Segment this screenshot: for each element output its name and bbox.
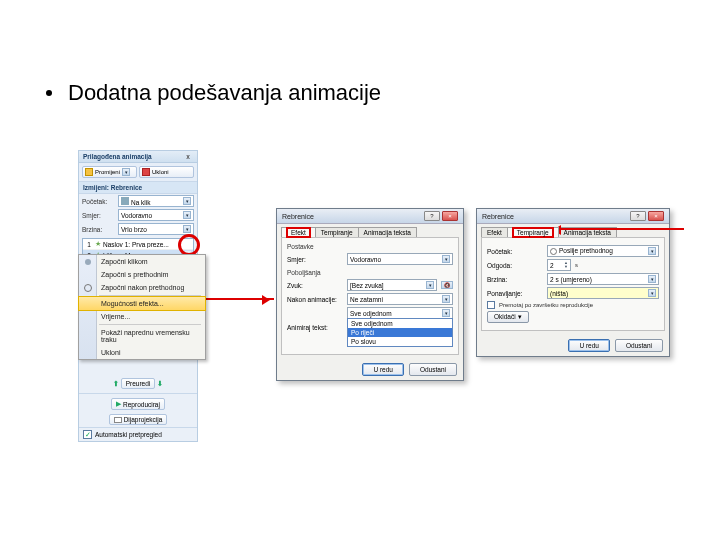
play-button[interactable]: ▶ Reproduciraj (111, 398, 165, 410)
tab-effect[interactable]: Efekt (281, 227, 316, 237)
direction-row: Smjer: Vodoravno▾ (287, 253, 453, 265)
clock-icon (84, 284, 92, 292)
ctx-timing[interactable]: Vrijeme... (79, 310, 205, 323)
pane-titlebar: Prilagođena animacija x (79, 151, 197, 163)
autopreview-checkbox[interactable]: ✓ (83, 430, 92, 439)
help-button[interactable]: ? (424, 211, 440, 221)
field-label: Brzina: (487, 276, 543, 283)
option-item[interactable]: Po riječi (348, 328, 452, 337)
delay-spinner[interactable]: 2▲▼ (547, 259, 571, 271)
field-value: 2 (550, 262, 554, 269)
start-row: Početak: Poslije prethodnog▾ (487, 245, 659, 257)
change-label: Promijeni (95, 169, 120, 175)
rewind-row: Premotaj po završetku reprodukcije (487, 301, 659, 309)
chevron-down-icon: ▾ (122, 168, 130, 176)
ctx-remove[interactable]: Ukloni (79, 346, 205, 359)
direction-value: Vodoravno (121, 212, 152, 219)
ctx-show-timeline[interactable]: Pokaži naprednu vremensku traku (79, 326, 205, 346)
tab-effect[interactable]: Efekt (481, 227, 508, 237)
change-button[interactable]: Promijeni▾ (82, 166, 137, 178)
triggers-row: Okidači ▾ (487, 311, 659, 323)
ok-button[interactable]: U redu (568, 339, 610, 352)
direction-select[interactable]: Vodoravno▾ (118, 209, 194, 221)
ctx-start-after-prev[interactable]: Započni nakon prethodnog (79, 281, 205, 294)
ctx-start-on-click[interactable]: Započni klikom (79, 255, 205, 268)
field-label: Nakon animacije: (287, 296, 343, 303)
spinner-arrows-icon[interactable]: ▲▼ (564, 261, 568, 269)
speed-label: Brzina: (82, 226, 116, 233)
help-button[interactable]: ? (630, 211, 646, 221)
cancel-button[interactable]: Odustani (409, 363, 457, 376)
slideshow-button[interactable]: Dijaprojekcija (109, 414, 168, 425)
field-label: Ponavljanje: (487, 290, 543, 297)
dialog-titlebar: Rebrenice ? × (477, 209, 669, 224)
highlight-rect: Efekt (286, 227, 311, 238)
speed-select[interactable]: 2 s (umjereno)▾ (547, 273, 659, 285)
list-item[interactable]: 1★Naslov 1: Prva preze... (83, 239, 193, 250)
speed-select[interactable]: Vrlo brzo▾ (118, 223, 194, 235)
enhancements-group-label: Poboljšanja (287, 269, 453, 276)
start-select[interactable]: Na klik▾ (118, 195, 194, 207)
close-icon[interactable]: x (183, 153, 193, 160)
ok-button[interactable]: U redu (362, 363, 404, 376)
field-value: Ne zatamni (350, 296, 383, 303)
reorder-button[interactable]: Preuredi (121, 378, 156, 389)
sound-select[interactable]: [Bez zvuka]▾ (347, 279, 437, 291)
effect-icon: ★ (95, 240, 101, 248)
direction-select[interactable]: Vodoravno▾ (347, 253, 453, 265)
chevron-down-icon: ▾ (648, 275, 656, 283)
dialog-body: Početak: Poslije prethodnog▾ Odgoda: 2▲▼… (481, 237, 665, 331)
chevron-down-icon: ▾ (442, 309, 450, 317)
cancel-button[interactable]: Odustani (615, 339, 663, 352)
field-label: Animiraj tekst: (287, 324, 343, 331)
start-select[interactable]: Poslije prethodnog▾ (547, 245, 659, 257)
chevron-down-icon: ▾ (183, 225, 191, 233)
mouse-icon (121, 197, 129, 205)
ctx-label: Mogućnosti efekta... (101, 300, 164, 307)
dialog-title-text: Rebrenice (282, 213, 314, 220)
tab-timing[interactable]: Tempiranje (507, 227, 559, 237)
composite-canvas: Prilagođena animacija x Promijeni▾ Uklon… (78, 150, 690, 442)
tab-text-anim[interactable]: Animacija teksta (358, 227, 417, 237)
autopreview-label: Automatski pretpregled (95, 431, 162, 438)
field-label: Početak: (487, 248, 543, 255)
remove-button[interactable]: Ukloni (139, 166, 194, 178)
ctx-label: Pokaži naprednu vremensku traku (101, 329, 190, 343)
sound-volume-button[interactable]: 🔇 (441, 281, 453, 289)
dialog-titlebar: Rebrenice ? × (277, 209, 463, 224)
field-value: Sve odjednom (350, 310, 392, 317)
chevron-down-icon: ▾ (648, 289, 656, 297)
direction-label: Smjer: (82, 212, 116, 219)
chevron-down-icon: ▾ (648, 247, 656, 255)
after-anim-select[interactable]: Ne zatamni▾ (347, 293, 453, 305)
chevron-down-icon: ▾ (426, 281, 434, 289)
move-down-icon[interactable]: ⬇ (157, 380, 163, 387)
field-value: 2 s (umjereno) (550, 276, 592, 283)
ctx-effect-options[interactable]: Mogućnosti efekta... (78, 296, 206, 311)
rewind-checkbox[interactable] (487, 301, 495, 309)
context-menu: Započni klikom Započni s prethodnim Zapo… (78, 254, 206, 360)
close-button[interactable]: × (648, 211, 664, 221)
repeat-select[interactable]: (ništa)▾ (547, 287, 659, 299)
heading-text: Dodatna podešavanja animacije (68, 80, 381, 105)
option-item[interactable]: Sve odjednom (348, 319, 452, 328)
effect-options-dialog: Rebrenice ? × Efekt Tempiranje Animacija… (276, 208, 464, 381)
rewind-label: Premotaj po završetku reprodukcije (499, 302, 593, 308)
close-button[interactable]: × (442, 211, 458, 221)
tab-timing[interactable]: Tempiranje (315, 227, 359, 237)
option-item[interactable]: Po slovu (348, 337, 452, 346)
move-up-icon[interactable]: ⬆ (113, 380, 119, 387)
speed-value: Vrlo brzo (121, 226, 147, 233)
highlight-rect: Tempiranje (512, 227, 554, 238)
reorder-label: Preuredi (126, 380, 151, 387)
chevron-down-icon: ▾ (183, 211, 191, 219)
dialog-title-text: Rebrenice (482, 213, 514, 220)
tab-label: Efekt (487, 229, 502, 236)
ctx-label: Započni klikom (101, 258, 148, 265)
ctx-start-with-prev[interactable]: Započni s prethodnim (79, 268, 205, 281)
slide-heading: Dodatna podešavanja animacije (46, 80, 381, 106)
triggers-button[interactable]: Okidači ▾ (487, 311, 529, 323)
slideshow-label: Dijaprojekcija (124, 416, 163, 423)
chevron-down-icon: ▾ (183, 197, 191, 205)
remove-label: Ukloni (152, 169, 169, 175)
